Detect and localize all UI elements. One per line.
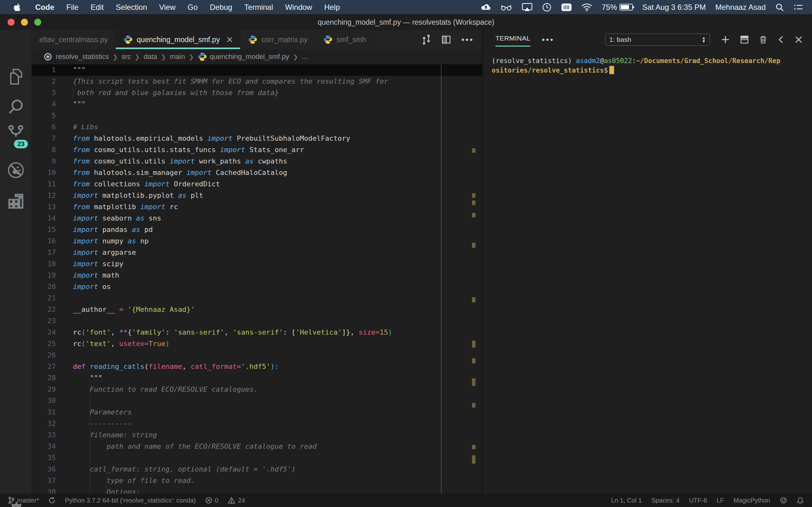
shell-selector-dropdown[interactable]: 1: bash ▲▼ xyxy=(605,34,710,46)
code-line-27[interactable]: 27def reading_catls(filename, catl_forma… xyxy=(32,361,482,372)
explorer-icon[interactable] xyxy=(0,68,32,87)
statusbar-sync[interactable] xyxy=(49,497,55,504)
code-line-38[interactable]: 38 Options: xyxy=(32,487,482,494)
code-line-1[interactable]: 1""" xyxy=(32,64,482,76)
statusbar-item[interactable]: Spaces: 4 xyxy=(651,497,679,504)
tab-terminal[interactable]: TERMINAL xyxy=(496,35,530,45)
code-editor[interactable]: 1"""2{This script tests best fit SMHM fo… xyxy=(32,64,482,494)
close-tab-icon[interactable] xyxy=(227,37,233,43)
source-control-icon[interactable] xyxy=(0,125,32,141)
spotlight-icon[interactable] xyxy=(775,3,784,12)
cloud-upload-icon[interactable] xyxy=(480,3,491,12)
menu-app-code[interactable]: Code xyxy=(29,3,60,12)
menubar-user[interactable]: Mehnaaz Asad xyxy=(715,3,766,12)
statusbar-item[interactable]: UTF-8 xyxy=(689,497,707,504)
code-line-12[interactable]: 12import matplotlib.pyplot as plt xyxy=(32,190,482,201)
code-line-8[interactable]: 8from cosmo_utils.utils.stats_funcs impo… xyxy=(32,144,482,156)
breadcrumb-item--[interactable]: ... xyxy=(302,53,308,61)
split-terminal-icon[interactable] xyxy=(740,36,749,44)
time-machine-icon[interactable] xyxy=(542,3,552,12)
code-line-22[interactable]: 22__author__ = '{Mehnaaz Asad}' xyxy=(32,304,482,315)
tab-quenching_model_smf-py[interactable]: quenching_model_smf.py xyxy=(116,30,241,49)
code-line-13[interactable]: 13from matplotlib import rc xyxy=(32,201,482,213)
notification-center-icon[interactable] xyxy=(794,3,803,11)
glasses-icon[interactable] xyxy=(501,3,512,11)
code-line-11[interactable]: 11from collections import OrderedDict xyxy=(32,178,482,190)
menu-view[interactable]: View xyxy=(153,3,182,11)
code-line-36[interactable]: 36 catl_format: string, optional (defaul… xyxy=(32,464,482,475)
tab-eltav_centralmass-py[interactable]: eltav_centralmass.py xyxy=(32,30,116,49)
code-line-15[interactable]: 15import pandas as pd xyxy=(32,224,482,235)
menu-edit[interactable]: Edit xyxy=(85,3,110,11)
statusbar-item[interactable]: LF xyxy=(716,497,724,504)
new-terminal-icon[interactable] xyxy=(721,36,729,44)
code-line-37[interactable]: 37 type of file to read. xyxy=(32,475,482,487)
search-icon[interactable] xyxy=(0,98,32,115)
menu-selection[interactable]: Selection xyxy=(110,3,153,11)
code-line-14[interactable]: 14import seaborn as sns xyxy=(32,213,482,224)
keyboard-icon[interactable] xyxy=(561,3,572,11)
terminal-output[interactable]: (resolve_statistics) asadm2@as05022:~/Do… xyxy=(483,49,812,75)
breadcrumb-item-quenching_model_smf-py[interactable]: quenching_model_smf.py xyxy=(198,52,289,61)
code-line-4[interactable]: 4""" xyxy=(32,99,482,110)
code-line-19[interactable]: 19import math xyxy=(32,270,482,281)
breadcrumb-item-resolve_statistics[interactable]: resolve_statistics xyxy=(56,53,109,61)
breadcrumb[interactable]: resolve_statistics❯src❯data❯main❯quenchi… xyxy=(32,49,482,64)
code-line-23[interactable]: 23 xyxy=(32,315,482,327)
menu-terminal[interactable]: Terminal xyxy=(238,3,279,11)
chevron-left-icon[interactable] xyxy=(778,36,784,44)
wifi-icon[interactable] xyxy=(581,3,592,11)
code-line-35[interactable]: 35 xyxy=(32,452,482,464)
statusbar-bell[interactable] xyxy=(797,497,804,504)
split-editor-icon[interactable] xyxy=(442,36,451,44)
code-line-24[interactable]: 24rc('font', **{'family': 'sans-serif', … xyxy=(32,327,482,338)
code-line-5[interactable]: 5 xyxy=(32,110,482,121)
code-line-26[interactable]: 26 xyxy=(32,349,482,361)
code-line-9[interactable]: 9from cosmo_utils.utils import work_path… xyxy=(32,156,482,167)
close-panel-icon[interactable] xyxy=(795,36,803,43)
editor-more-actions-icon[interactable]: ••• xyxy=(461,35,474,45)
tab-smf_smh[interactable]: smf_smh xyxy=(316,30,374,49)
kill-terminal-icon[interactable] xyxy=(759,35,767,44)
debug-disabled-icon[interactable] xyxy=(0,162,32,179)
code-line-31[interactable]: 31 Parameters xyxy=(32,406,482,418)
code-line-20[interactable]: 20import os xyxy=(32,281,482,292)
settings-gear-icon[interactable] xyxy=(0,501,32,507)
tab-corr_matrix-py[interactable]: corr_matrix.py xyxy=(241,30,316,49)
code-line-21[interactable]: 21 xyxy=(32,292,482,304)
code-line-18[interactable]: 18import scipy xyxy=(32,258,482,270)
airplay-icon[interactable] xyxy=(522,3,532,12)
statusbar-item[interactable]: Ln 1, Col 1 xyxy=(611,497,642,504)
statusbar-item[interactable]: Python 3.7.2 64-bit ('resolve_statistics… xyxy=(65,497,196,504)
apple-menu-icon[interactable] xyxy=(13,3,21,12)
menu-help[interactable]: Help xyxy=(318,3,346,11)
code-line-6[interactable]: 6# Libs xyxy=(32,121,482,133)
zoom-window-button[interactable] xyxy=(34,19,41,26)
code-line-25[interactable]: 25rc('text', usetex=True) xyxy=(32,338,482,349)
code-line-33[interactable]: 33 filename: string xyxy=(32,429,482,441)
statusbar-error[interactable]: 0 xyxy=(205,497,218,504)
code-line-3[interactable]: 3 both red and blue galaxies with those … xyxy=(32,87,482,99)
code-line-10[interactable]: 10from halotools.sim_manager import Cach… xyxy=(32,167,482,178)
menu-file[interactable]: File xyxy=(60,3,85,11)
statusbar-smiley[interactable] xyxy=(780,497,787,504)
code-line-32[interactable]: 32 ---------- xyxy=(32,418,482,429)
menu-debug[interactable]: Debug xyxy=(204,3,238,11)
menu-window[interactable]: Window xyxy=(279,3,318,11)
battery-indicator[interactable]: 75% xyxy=(602,3,633,12)
close-window-button[interactable] xyxy=(8,19,14,26)
code-line-34[interactable]: 34 path and name of the ECO/RESOLVE cata… xyxy=(32,441,482,452)
open-changes-icon[interactable] xyxy=(421,35,431,45)
statusbar-item[interactable]: MagicPython xyxy=(733,497,770,504)
code-line-17[interactable]: 17import argparse xyxy=(32,247,482,258)
breadcrumb-item-src[interactable]: src xyxy=(121,53,131,61)
extensions-icon[interactable] xyxy=(0,193,32,209)
code-line-7[interactable]: 7from halotools.empirical_models import … xyxy=(32,133,482,144)
statusbar-warning[interactable]: 24 xyxy=(228,497,245,504)
code-line-2[interactable]: 2{This script tests best fit SMHM for EC… xyxy=(32,76,482,87)
code-line-29[interactable]: 29 Function to read ECO/RESOLVE catalogu… xyxy=(32,384,482,395)
code-line-16[interactable]: 16import numpy as np xyxy=(32,235,482,247)
menu-go[interactable]: Go xyxy=(182,3,204,11)
breadcrumb-item-main[interactable]: main xyxy=(170,53,185,61)
menubar-clock[interactable]: Sat Aug 3 6:35 PM xyxy=(642,3,706,12)
